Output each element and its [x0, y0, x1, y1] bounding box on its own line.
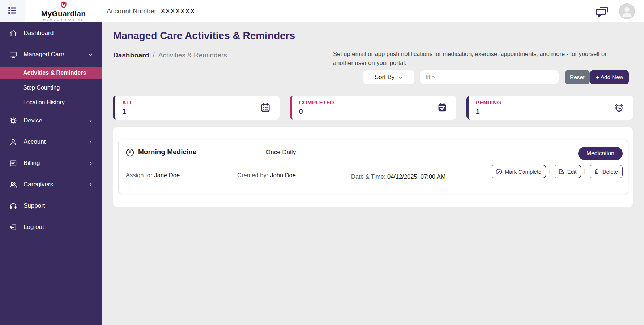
sidebar-item-support[interactable]: Support: [0, 200, 102, 211]
billing-document-icon: [9, 159, 17, 168]
brand-name: MyGuardian: [41, 10, 86, 17]
activity-actions: Mark Complete | Edit |: [491, 165, 623, 178]
edit-button[interactable]: Edit: [554, 165, 581, 178]
gear-icon: [9, 116, 17, 125]
divider: [227, 170, 227, 189]
datetime-field: Date & Time: 04/12/2025, 07:00 AM: [351, 172, 456, 181]
stat-value: 1: [122, 108, 280, 116]
stat-label: PENDING: [476, 99, 633, 105]
edit-label: Edit: [567, 169, 577, 175]
sidebar-item-dashboard[interactable]: Dashboard: [0, 28, 102, 39]
menu-toggle-button[interactable]: [0, 0, 25, 22]
shield-logo-icon: [60, 1, 67, 10]
category-badge: Medication: [578, 147, 623, 160]
brand-logo[interactable]: MyGuardian MEMBER PORTAL: [25, 0, 102, 22]
activities-list-container: Morning Medicine Once Daily Medication A…: [113, 127, 633, 207]
sidebar-item-account[interactable]: Account: [0, 136, 102, 147]
chevron-down-icon: [398, 75, 403, 80]
brand-tagline: MEMBER PORTAL: [43, 18, 84, 21]
list-menu-icon: [7, 5, 18, 18]
stat-card-pending[interactable]: PENDING 1: [466, 96, 633, 120]
sidebar-label: Location History: [23, 99, 65, 106]
account-number-label: Account Number:: [107, 7, 158, 15]
header-actions: [594, 3, 644, 19]
sidebar-label: Managed Care: [24, 51, 64, 58]
clock-icon: [125, 148, 135, 159]
breadcrumb-current: Activities & Reminders: [158, 51, 227, 59]
stat-card-all[interactable]: ALL 1: [113, 96, 280, 120]
datetime-value: 04/12/2025, 07:00 AM: [387, 173, 445, 180]
sidebar-item-caregivers[interactable]: Caregivers: [0, 179, 102, 190]
alarm-clock-icon: [614, 102, 624, 114]
activity-frequency: Once Daily: [266, 149, 296, 156]
activity-card-morning-medicine: Morning Medicine Once Daily Medication A…: [118, 140, 628, 194]
sidebar-item-logout[interactable]: Log out: [0, 222, 102, 233]
created-by-label: Created by:: [237, 172, 268, 179]
page-title: Managed Care Activities & Reminders: [113, 30, 295, 42]
trash-icon: [593, 168, 600, 175]
account-number-value: XXXXXXX: [161, 7, 195, 15]
delete-label: Delete: [602, 169, 618, 175]
created-by-value: John Doe: [270, 172, 296, 179]
sort-by-label: Sort By: [375, 74, 395, 81]
sidebar-item-billing[interactable]: Billing: [0, 158, 102, 169]
check-circle-icon: [495, 168, 502, 175]
mark-complete-button[interactable]: Mark Complete: [491, 165, 546, 178]
stat-value: 0: [299, 108, 456, 116]
headset-icon: [9, 202, 17, 210]
breadcrumb: Dashboard / Activities & Reminders: [113, 51, 227, 59]
assign-to-label: Assign to:: [126, 172, 152, 179]
add-new-button[interactable]: + Add New: [590, 70, 629, 84]
sidebar-label: Support: [24, 202, 45, 209]
sidebar-nav: Dashboard Managed Care Activities & Remi…: [0, 22, 102, 325]
calendar-check-icon: [437, 102, 448, 114]
divider: [341, 170, 341, 189]
page-description: Set up email or app push notifications f…: [333, 49, 614, 68]
member-portal-app: MyGuardian MEMBER PORTAL Account Number:…: [0, 0, 644, 325]
delete-button[interactable]: Delete: [589, 165, 623, 178]
title-search-input[interactable]: [419, 70, 559, 84]
sidebar-label: Dashboard: [24, 30, 54, 37]
sidebar-item-step-counting[interactable]: Step Counting: [0, 82, 102, 93]
sidebar-label: Account: [24, 138, 46, 146]
sidebar-label: Log out: [24, 224, 44, 231]
assign-to-field: Assign to: Jane Doe: [126, 172, 180, 179]
action-separator: |: [584, 168, 585, 175]
stat-card-completed[interactable]: COMPLETED 0: [290, 96, 456, 120]
chevron-down-icon: [88, 52, 93, 57]
stat-label: COMPLETED: [299, 99, 456, 105]
calendar-icon: [260, 102, 271, 114]
sidebar-label: Step Counting: [23, 84, 60, 91]
activity-title: Morning Medicine: [138, 148, 197, 156]
chevron-right-icon: [88, 182, 93, 187]
account-number: Account Number: XXXXXXX: [107, 7, 195, 15]
assign-to-value: Jane Doe: [154, 172, 180, 179]
reset-button[interactable]: Reset: [565, 70, 590, 84]
chat-messages-icon[interactable]: [594, 4, 610, 18]
sidebar-item-activities-reminders[interactable]: Activities & Reminders: [0, 67, 102, 79]
sort-by-dropdown[interactable]: Sort By: [363, 70, 414, 84]
sidebar-item-device[interactable]: Device: [0, 115, 102, 126]
user-avatar[interactable]: [619, 3, 635, 19]
sidebar-label: Caregivers: [24, 181, 53, 188]
home-icon: [9, 29, 17, 38]
chevron-right-icon: [88, 118, 93, 123]
people-icon: [9, 180, 17, 189]
chevron-right-icon: [88, 161, 93, 166]
created-by-field: Created by: John Doe: [237, 172, 296, 179]
sidebar-item-managed-care[interactable]: Managed Care: [0, 49, 102, 60]
chevron-right-icon: [88, 140, 93, 144]
action-separator: |: [549, 168, 550, 175]
mark-complete-label: Mark Complete: [505, 169, 542, 175]
top-header: MyGuardian MEMBER PORTAL Account Number:…: [0, 0, 644, 22]
edit-pencil-icon: [558, 168, 565, 175]
breadcrumb-dashboard-link[interactable]: Dashboard: [113, 51, 149, 59]
stat-value: 1: [476, 108, 633, 116]
person-icon: [9, 138, 17, 146]
monitor-icon: [9, 50, 17, 59]
datetime-label: Date & Time:: [351, 173, 385, 180]
sidebar-label: Device: [24, 117, 42, 124]
stat-label: ALL: [122, 99, 280, 105]
sidebar-item-location-history[interactable]: Location History: [0, 97, 102, 108]
breadcrumb-separator: /: [153, 51, 155, 59]
